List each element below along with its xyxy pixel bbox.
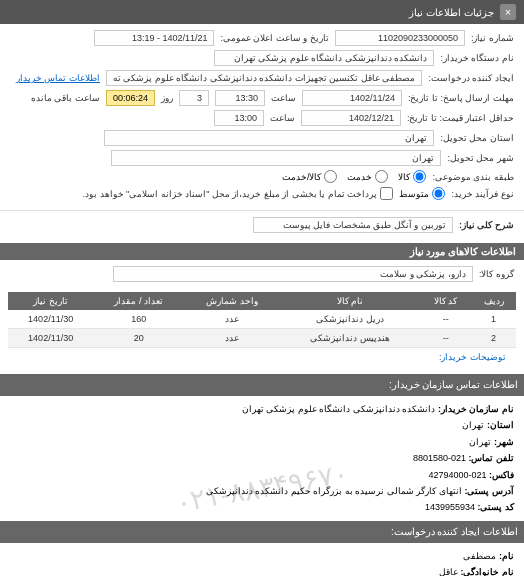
valid-label: حداقل اعتبار قیمت: تا تاریخ: <box>407 113 514 123</box>
creator-info-title: اطلاعات ایجاد کننده درخواست: <box>0 521 524 543</box>
desc-section: شرح کلی نیاز: توربین و آنگل طبق مشخصات ف… <box>0 211 524 243</box>
desc-label: شرح کلی نیاز: <box>459 220 514 230</box>
radio-khedmat-label: خدمت <box>347 172 372 182</box>
checkbox-treasury[interactable] <box>380 187 393 200</box>
radio-mid[interactable]: متوسط <box>399 187 445 200</box>
bi-phone: 021-8801580 <box>413 453 466 463</box>
radio-both-input[interactable] <box>324 170 337 183</box>
ci-name-label: نام: <box>499 551 514 561</box>
table-cell: عدد <box>184 329 280 348</box>
table-cell: 1402/11/30 <box>8 310 93 329</box>
checkbox-note-text: پرداخت تمام یا بخشی از مبلغ خرید،از محل … <box>83 189 378 199</box>
ci-family: عاقل <box>439 567 458 576</box>
creator-value: مصطفی عاقل تکنسین تجهیزات دانشکده دندانپ… <box>106 70 423 86</box>
goods-group-row: گروه کالا: دارو، پزشکی و سلامت <box>0 260 524 292</box>
buyer-info-block: اطلاعات تماس سازمان خریدار: نام سازمان خ… <box>0 374 524 576</box>
valid-date: 1402/12/21 <box>301 110 401 126</box>
process-radios: متوسط <box>399 187 445 200</box>
radio-mid-input[interactable] <box>432 187 445 200</box>
table-row: 1--دریل دندانپزشکیعدد1601402/11/30 <box>8 310 516 329</box>
th-row: ردیف <box>471 292 516 310</box>
close-button[interactable]: × <box>500 4 516 20</box>
table-row: 2--هندپیس دندانپزشکیعدد201402/11/30 <box>8 329 516 348</box>
table-cell: 1 <box>471 310 516 329</box>
province-label: استان محل تحویل: <box>440 133 514 143</box>
goods-table: ردیف کد کالا نام کالا واحد شمارش تعداد /… <box>8 292 516 348</box>
category-label: طبقه بندی موضوعی: <box>432 172 514 182</box>
radio-both[interactable]: کالا/خدمت <box>282 170 338 183</box>
bi-postal-label: کد پستی: <box>478 502 515 512</box>
buyer-notes-link[interactable]: توضیحات خریدار: <box>8 348 516 366</box>
bi-phone-label: تلفن تماس: <box>469 453 515 463</box>
radio-kala[interactable]: کالا <box>398 170 426 183</box>
city-value: تهران <box>111 150 441 166</box>
ci-family-label: نام خانوادگی: <box>461 567 515 576</box>
bi-fax: 021-42794000 <box>428 470 486 480</box>
radio-mid-label: متوسط <box>399 189 429 199</box>
radio-kala-input[interactable] <box>413 170 426 183</box>
org-value: دانشکده دندانپزشکی دانشگاه علوم پزشکی ته… <box>214 50 434 66</box>
remain-time: 00:06:24 <box>106 90 155 106</box>
th-unit: واحد شمارش <box>184 292 280 310</box>
goods-section-title: اطلاعات کالاهای مورد نیاز <box>0 243 524 260</box>
th-code: کد کالا <box>420 292 471 310</box>
window-header: × جزئیات اطلاعات نیاز <box>0 0 524 24</box>
need-number-label: شماره نیاز: <box>471 33 514 43</box>
bi-city: تهران <box>469 437 491 447</box>
group-label: گروه کالا: <box>479 269 514 279</box>
valid-time: 13:00 <box>214 110 264 126</box>
bi-fax-label: فاکس: <box>489 470 514 480</box>
city-label: شهر محل تحویل: <box>447 153 514 163</box>
days-value: 3 <box>179 90 209 106</box>
need-number-value: 1102090233000050 <box>335 30 465 46</box>
table-cell: هندپیس دندانپزشکی <box>280 329 421 348</box>
radio-both-label: کالا/خدمت <box>282 172 322 182</box>
category-radios: کالا خدمت کالا/خدمت <box>282 170 427 183</box>
ci-name: مصطفی <box>463 551 496 561</box>
radio-kala-label: کالا <box>398 172 410 182</box>
creator-label: ایجاد کننده درخواست: <box>428 73 514 83</box>
th-name: نام کالا <box>280 292 421 310</box>
bi-addr-label: آدرس پستی: <box>465 486 515 496</box>
radio-khedmat[interactable]: خدمت <box>347 170 388 183</box>
deadline-label: مهلت ارسال پاسخ: تا تاریخ: <box>408 93 514 103</box>
goods-table-header-row: ردیف کد کالا نام کالا واحد شمارش تعداد /… <box>8 292 516 310</box>
th-qty: تعداد / مقدار <box>93 292 184 310</box>
announce-value: 1402/11/21 - 13:19 <box>94 30 214 46</box>
table-cell: 20 <box>93 329 184 348</box>
bi-org-label: نام سازمان خریدار: <box>438 404 514 414</box>
bi-city-label: شهر: <box>494 437 514 447</box>
announce-label: تاریخ و ساعت اعلان عمومی: <box>220 33 329 43</box>
table-cell: دریل دندانپزشکی <box>280 310 421 329</box>
contact-link[interactable]: اطلاعات تماس خریدار <box>16 73 100 83</box>
time-label-1: ساعت <box>271 93 296 103</box>
table-cell: 2 <box>471 329 516 348</box>
process-label: نوع فرآیند خرید: <box>451 189 514 199</box>
time-label-2: ساعت <box>270 113 295 123</box>
group-value: دارو، پزشکی و سلامت <box>113 266 473 282</box>
province-value: تهران <box>104 130 434 146</box>
deadline-date: 1402/11/24 <box>302 90 402 106</box>
days-label: روز <box>161 93 173 103</box>
bi-postal: 1439955934 <box>425 502 475 512</box>
bi-province: تهران <box>462 420 484 430</box>
org-label: نام دستگاه خریدار: <box>440 53 514 63</box>
table-cell: -- <box>420 329 471 348</box>
need-details: شماره نیاز: 1102090233000050 تاریخ و ساع… <box>0 24 524 211</box>
bi-addr: انتهای کارگر شمالی نرسیده به بزرگراه حکی… <box>206 486 462 496</box>
table-cell: -- <box>420 310 471 329</box>
bi-org: دانشکده دندانپزشکی دانشگاه علوم پزشکی ته… <box>242 404 436 414</box>
buyer-info-title: اطلاعات تماس سازمان خریدار: <box>0 374 524 396</box>
th-date: تاریخ نیاز <box>8 292 93 310</box>
deadline-time: 13:30 <box>215 90 265 106</box>
desc-value: توربین و آنگل طبق مشخصات فایل پیوست <box>253 217 453 233</box>
window-title: جزئیات اطلاعات نیاز <box>409 7 494 18</box>
remain-label: ساعت باقی مانده <box>31 93 100 103</box>
radio-khedmat-input[interactable] <box>375 170 388 183</box>
table-cell: عدد <box>184 310 280 329</box>
table-cell: 1402/11/30 <box>8 329 93 348</box>
goods-table-wrap: ردیف کد کالا نام کالا واحد شمارش تعداد /… <box>0 292 524 374</box>
table-cell: 160 <box>93 310 184 329</box>
bi-province-label: استان: <box>487 420 514 430</box>
checkbox-note-wrap[interactable]: پرداخت تمام یا بخشی از مبلغ خرید،از محل … <box>83 187 394 200</box>
